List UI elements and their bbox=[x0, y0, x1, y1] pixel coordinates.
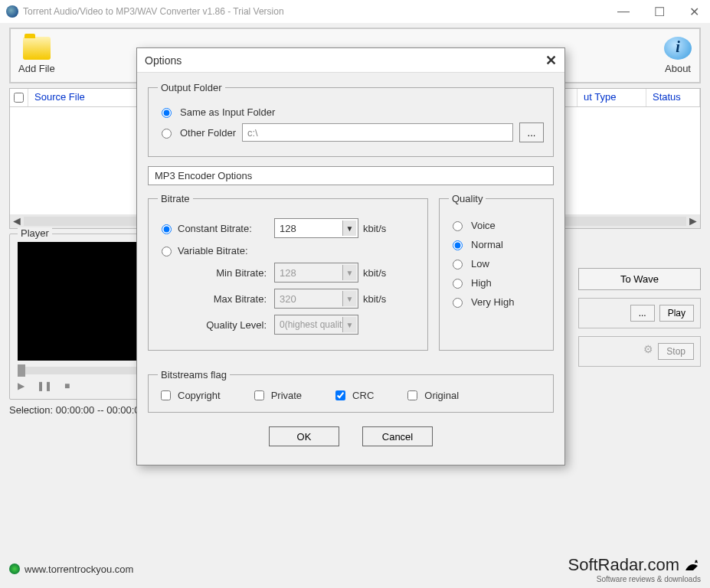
col-output-type[interactable]: ut Type bbox=[577, 89, 646, 106]
other-folder-radio[interactable] bbox=[162, 129, 172, 139]
website-link[interactable]: www.torrentrockyou.com bbox=[25, 564, 133, 575]
main-window: Torrent Audio/Video to MP3/WAV Converter… bbox=[0, 0, 710, 588]
to-wave-button[interactable]: To Wave bbox=[578, 268, 701, 290]
quality-normal-radio[interactable] bbox=[453, 240, 463, 250]
variable-bitrate-radio[interactable] bbox=[162, 247, 172, 256]
globe-icon bbox=[9, 564, 20, 574]
browse-folder-button[interactable]: ... bbox=[519, 122, 544, 142]
maximize-button[interactable]: ☐ bbox=[649, 5, 669, 19]
close-button[interactable]: ✕ bbox=[685, 5, 704, 19]
convert-group: ⚙ Stop bbox=[578, 336, 701, 367]
folder-icon bbox=[23, 37, 51, 60]
crc-label: CRC bbox=[352, 390, 374, 401]
scroll-right-arrow[interactable]: ► bbox=[686, 214, 700, 228]
titlebar: Torrent Audio/Video to MP3/WAV Converter… bbox=[0, 0, 710, 23]
satellite-dish-icon bbox=[682, 557, 701, 575]
constant-bitrate-radio[interactable] bbox=[162, 224, 172, 234]
same-as-input-radio[interactable] bbox=[162, 108, 172, 118]
bitstreams-legend: Bitstreams flag bbox=[158, 369, 230, 381]
softradar-subtitle: Software reviews & downloads bbox=[568, 575, 701, 583]
constant-bitrate-label: Constant Bitrate: bbox=[178, 223, 270, 234]
quality-legend: Quality bbox=[449, 193, 486, 204]
gear-icon: ⚙ bbox=[643, 343, 653, 360]
to-wave-label: To Wave bbox=[620, 273, 659, 285]
quality-voice-label: Voice bbox=[471, 220, 496, 231]
copyright-checkbox[interactable] bbox=[161, 390, 171, 400]
variable-bitrate-label: Variable Bitrate: bbox=[178, 245, 270, 256]
quality-normal-label: Normal bbox=[471, 239, 503, 250]
chevron-down-icon: ▼ bbox=[342, 291, 356, 306]
min-bitrate-label: Min Bitrate: bbox=[178, 267, 270, 279]
col-status[interactable]: Status bbox=[646, 89, 700, 106]
max-bitrate-combo[interactable]: 320 ▼ bbox=[274, 289, 358, 309]
chevron-down-icon: ▼ bbox=[342, 220, 356, 236]
dialog-title: Options bbox=[145, 54, 545, 67]
chevron-down-icon: ▼ bbox=[342, 317, 356, 332]
window-title: Torrent Audio/Video to MP3/WAV Converter… bbox=[23, 6, 613, 17]
quality-low-label: Low bbox=[471, 258, 489, 270]
max-bitrate-label: Max Bitrate: bbox=[178, 293, 270, 305]
quality-voice-radio[interactable] bbox=[453, 221, 463, 231]
add-file-label: Add File bbox=[18, 63, 55, 74]
encoder-options-header: MP3 Encoder Options bbox=[148, 166, 554, 185]
quality-veryhigh-radio[interactable] bbox=[453, 298, 463, 308]
quality-high-label: High bbox=[471, 277, 492, 289]
play-preview-button[interactable]: Play bbox=[659, 305, 694, 322]
preview-group: ... Play bbox=[578, 298, 701, 328]
constant-bitrate-combo[interactable]: 128 ▼ bbox=[274, 218, 358, 238]
about-button[interactable]: About bbox=[664, 37, 692, 74]
play-icon[interactable]: ▶ bbox=[18, 381, 25, 391]
scroll-left-arrow[interactable]: ◄ bbox=[10, 214, 24, 228]
bitstreams-fieldset: Bitstreams flag Copyright Private CRC Or… bbox=[148, 369, 554, 413]
chevron-down-icon: ▼ bbox=[342, 265, 356, 280]
original-label: Original bbox=[424, 390, 459, 401]
minimize-button[interactable]: — bbox=[613, 5, 634, 19]
right-sidebar: To Wave ... Play ⚙ Stop bbox=[578, 268, 701, 374]
private-checkbox[interactable] bbox=[254, 390, 264, 400]
cancel-button[interactable]: Cancel bbox=[362, 426, 433, 446]
stop-icon[interactable]: ■ bbox=[64, 381, 70, 391]
constant-bitrate-unit: kbit/s bbox=[363, 223, 394, 234]
constant-bitrate-value: 128 bbox=[280, 223, 296, 234]
dialog-titlebar[interactable]: Options ✕ bbox=[137, 48, 564, 73]
other-folder-path-input[interactable] bbox=[242, 123, 513, 142]
quality-low-radio[interactable] bbox=[453, 260, 463, 270]
softradar-watermark: SoftRadar.com Software reviews & downloa… bbox=[568, 555, 701, 583]
output-folder-fieldset: Output Folder Same as Input Folder Other… bbox=[148, 82, 554, 157]
output-folder-legend: Output Folder bbox=[158, 82, 225, 93]
window-controls: — ☐ ✕ bbox=[613, 5, 704, 19]
app-icon bbox=[6, 5, 18, 18]
dialog-body: Output Folder Same as Input Folder Other… bbox=[137, 73, 564, 465]
same-as-input-label: Same as Input Folder bbox=[180, 106, 275, 118]
dialog-buttons: OK Cancel bbox=[148, 422, 554, 456]
slider-knob[interactable] bbox=[18, 364, 25, 377]
private-label: Private bbox=[271, 390, 302, 401]
original-checkbox[interactable] bbox=[407, 390, 417, 400]
crc-checkbox[interactable] bbox=[335, 390, 345, 400]
bitrate-legend: Bitrate bbox=[158, 193, 193, 204]
pause-icon[interactable]: ❚❚ bbox=[37, 381, 52, 391]
bottom-bar: www.torrentrockyou.com SoftRadar.com Sof… bbox=[0, 555, 710, 583]
other-folder-label: Other Folder bbox=[180, 127, 236, 139]
dialog-close-icon[interactable]: ✕ bbox=[545, 52, 557, 69]
bitrate-fieldset: Bitrate Constant Bitrate: 128 ▼ kbit/s V… bbox=[148, 193, 428, 351]
info-icon bbox=[664, 37, 692, 60]
browse-preview-button[interactable]: ... bbox=[630, 305, 655, 322]
player-legend: Player bbox=[18, 227, 52, 239]
quality-high-radio[interactable] bbox=[453, 279, 463, 289]
quality-veryhigh-label: Very High bbox=[471, 296, 514, 308]
select-all-checkbox[interactable] bbox=[14, 93, 24, 103]
quality-level-combo[interactable]: 0(highest quality) ▼ bbox=[274, 315, 358, 335]
max-bitrate-unit: kbit/s bbox=[363, 293, 394, 305]
quality-level-value: 0(highest quality) bbox=[280, 319, 349, 330]
add-file-button[interactable]: Add File bbox=[18, 37, 55, 74]
softradar-brand: SoftRadar.com bbox=[568, 555, 679, 574]
max-bitrate-value: 320 bbox=[280, 293, 296, 305]
ok-button[interactable]: OK bbox=[269, 426, 339, 446]
copyright-label: Copyright bbox=[178, 390, 221, 401]
options-dialog: Options ✕ Output Folder Same as Input Fo… bbox=[136, 47, 565, 466]
min-bitrate-combo[interactable]: 128 ▼ bbox=[274, 263, 358, 283]
about-label: About bbox=[665, 63, 691, 74]
min-bitrate-unit: kbit/s bbox=[363, 267, 394, 279]
stop-convert-button[interactable]: Stop bbox=[658, 343, 694, 360]
